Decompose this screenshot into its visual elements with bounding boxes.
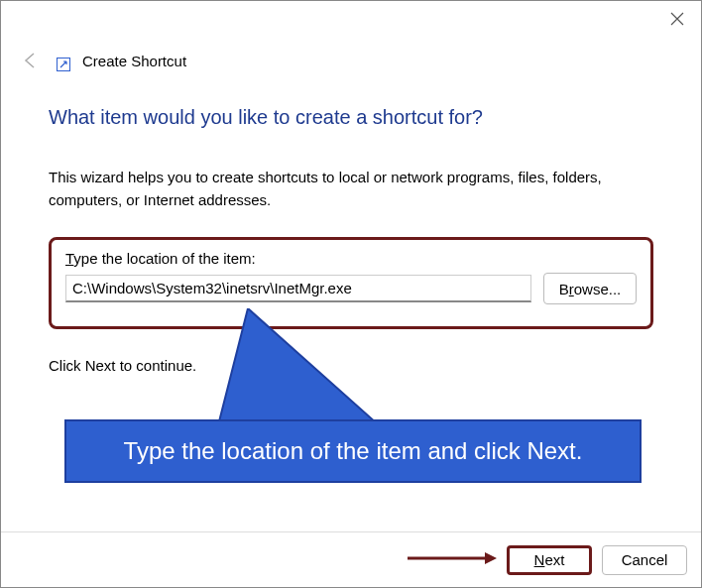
shortcut-icon: [57, 58, 70, 71]
location-input[interactable]: [65, 275, 531, 302]
annotation-callout: Type the location of the item and click …: [64, 419, 642, 483]
annotation-highlight-box: Type the location of the item: Browse...: [49, 237, 653, 329]
wizard-footer: Next Cancel: [1, 531, 701, 587]
location-row: Browse...: [65, 273, 637, 304]
close-icon[interactable]: [667, 9, 687, 29]
cancel-button[interactable]: Cancel: [602, 545, 687, 575]
svg-marker-2: [485, 552, 497, 564]
location-label: Type the location of the item:: [65, 250, 256, 267]
back-arrow-icon[interactable]: [19, 49, 43, 72]
next-button[interactable]: Next: [507, 545, 592, 575]
main-content: What item would you like to create a sho…: [1, 78, 701, 374]
wizard-title: Create Shortcut: [82, 53, 186, 69]
page-heading: What item would you like to create a sho…: [49, 106, 653, 129]
titlebar: [1, 1, 701, 39]
annotation-text: Type the location of the item and click …: [124, 437, 583, 465]
wizard-description: This wizard helps you to create shortcut…: [49, 167, 653, 211]
continue-hint: Click Next to continue.: [49, 357, 653, 374]
browse-button[interactable]: Browse...: [543, 273, 637, 304]
annotation-arrow-icon: [408, 550, 497, 570]
wizard-header: Create Shortcut: [1, 39, 701, 78]
